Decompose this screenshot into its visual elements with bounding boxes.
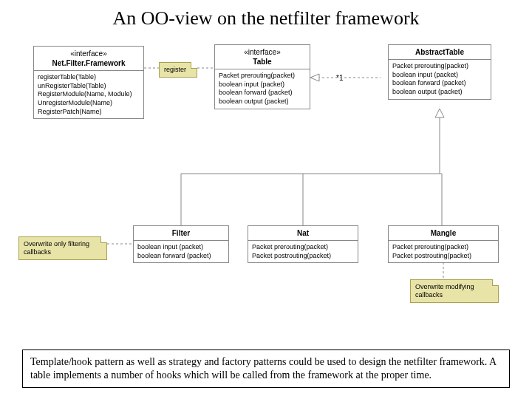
op: unRegisterTable(Table): [38, 82, 140, 91]
note-text: Overwrite only filtering callbacks: [24, 240, 89, 256]
uml-box-mangle: Mangle Packet prerouting(packet) Packet …: [388, 225, 499, 263]
class-name: Nat: [297, 229, 309, 237]
note-text: register: [164, 66, 186, 73]
stereo-label: «interface»: [218, 47, 307, 57]
svg-marker-3: [310, 74, 319, 81]
op: registerTable(Table): [38, 73, 140, 82]
op: boolean input (packet): [392, 71, 487, 80]
uml-box-filter: Filter boolean input (packet) boolean fo…: [133, 225, 229, 263]
op: RegisterPatch(Name): [38, 108, 140, 117]
op: UnregisterModule(Name): [38, 99, 140, 108]
class-name: AbstractTable: [415, 48, 464, 56]
uml-ops: Packet prerouting(packet) boolean input …: [389, 60, 491, 99]
op: boolean forward (packet): [392, 79, 487, 88]
uml-ops: Packet prerouting(packet) Packet postrou…: [248, 241, 358, 262]
uml-ops: Packet prerouting(packet) boolean input …: [215, 69, 310, 109]
uml-box-nat: Nat Packet prerouting(packet) Packet pos…: [248, 225, 358, 263]
page-title: An OO-view on the netfilter framework: [0, 7, 532, 30]
footer-text: Template/hook pattern as well as strateg…: [22, 349, 510, 388]
note-register: register: [159, 62, 197, 78]
op: boolean output (packet): [219, 98, 306, 106]
note-filter: Overwrite only filtering callbacks: [18, 236, 107, 260]
op: Packet postrouting(packet): [252, 252, 354, 261]
op: boolean forward (packet): [137, 252, 225, 261]
op: Packet prerouting(packet): [392, 243, 494, 252]
op: boolean forward (packet): [219, 89, 306, 98]
op: Packet prerouting(packet): [252, 243, 354, 252]
uml-ops: Packet prerouting(packet) Packet postrou…: [389, 241, 498, 262]
op: RegisterModule(Name, Module): [38, 90, 140, 99]
note-text: Overwrite modifying callbacks: [415, 283, 474, 299]
class-name: Filter: [172, 229, 190, 237]
multiplicity-label: *1: [336, 74, 343, 82]
op: boolean input (packet): [219, 81, 306, 89]
uml-box-abstract: AbstractTable Packet prerouting(packet) …: [388, 44, 491, 100]
stereo-label: «interface»: [37, 49, 140, 58]
uml-box-framework: «interface» Net.Filter.Framework registe…: [33, 46, 144, 119]
op: boolean input (packet): [137, 243, 225, 252]
class-name: Table: [253, 58, 271, 66]
op: boolean output (packet): [392, 88, 487, 97]
svg-marker-5: [435, 109, 444, 117]
uml-ops: boolean input (packet) boolean forward (…: [134, 241, 228, 262]
class-name: Net.Filter.Framework: [52, 59, 126, 67]
uml-ops: registerTable(Table) unRegisterTable(Tab…: [34, 71, 143, 118]
op: Packet postrouting(packet): [392, 252, 494, 261]
class-name: Mangle: [431, 229, 456, 237]
note-mangle: Overwrite modifying callbacks: [410, 279, 499, 303]
op: Packet prerouting(packet): [219, 72, 306, 81]
op: Packet prerouting(packet): [392, 62, 487, 71]
uml-box-table: «interface» Table Packet prerouting(pack…: [214, 44, 310, 109]
